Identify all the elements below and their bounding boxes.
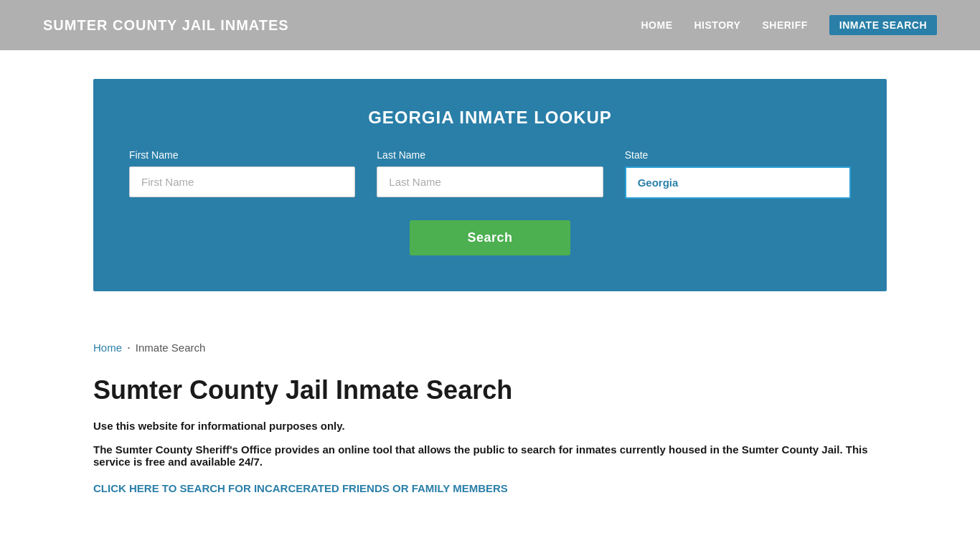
state-label: State	[625, 149, 851, 161]
info-text: The Sumter County Sheriff's Office provi…	[93, 443, 887, 468]
main-nav: HOME HISTORY SHERIFF INMATE SEARCH	[641, 15, 938, 35]
cta-link[interactable]: CLICK HERE to Search for Incarcerated Fr…	[93, 482, 508, 494]
search-button-wrapper: Search	[129, 220, 851, 255]
last-name-label: Last Name	[377, 149, 603, 161]
first-name-input[interactable]	[129, 166, 355, 197]
last-name-group: Last Name	[377, 149, 603, 199]
info-text-bold: Use this website for informational purpo…	[93, 420, 887, 432]
last-name-input[interactable]	[377, 166, 603, 197]
breadcrumb-current: Inmate Search	[136, 342, 206, 354]
state-input[interactable]	[625, 166, 851, 199]
state-group: State	[625, 149, 851, 199]
breadcrumb-section: Home • Inmate Search	[0, 320, 980, 361]
site-header: SUMTER COUNTY JAIL INMATES HOME HISTORY …	[0, 0, 980, 50]
nav-history[interactable]: HISTORY	[694, 19, 741, 31]
nav-inmate-search[interactable]: INMATE SEARCH	[829, 15, 937, 35]
breadcrumb: Home • Inmate Search	[93, 342, 887, 354]
first-name-label: First Name	[129, 149, 355, 161]
form-row: First Name Last Name State	[129, 149, 851, 199]
nav-home[interactable]: HOME	[641, 19, 673, 31]
first-name-group: First Name	[129, 149, 355, 199]
breadcrumb-separator: •	[128, 344, 130, 351]
site-title: SUMTER COUNTY JAIL INMATES	[43, 17, 289, 34]
search-section: GEORGIA INMATE LOOKUP First Name Last Na…	[93, 79, 887, 291]
breadcrumb-home-link[interactable]: Home	[93, 342, 122, 354]
nav-sheriff[interactable]: SHERIFF	[762, 19, 807, 31]
search-button[interactable]: Search	[410, 220, 570, 255]
main-content: Sumter County Jail Inmate Search Use thi…	[0, 361, 980, 524]
page-title: Sumter County Jail Inmate Search	[93, 375, 887, 405]
search-section-title: GEORGIA INMATE LOOKUP	[129, 108, 851, 128]
